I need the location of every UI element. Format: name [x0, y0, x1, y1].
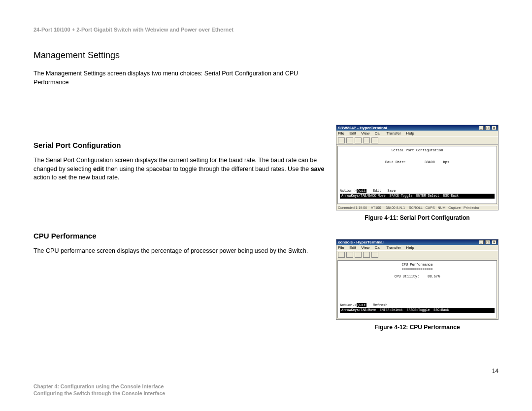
menu-help[interactable]: Help — [406, 245, 414, 250]
terminal-hint-strip: ArrowKeys/TAB=Move ENTER=Select SPACE=To… — [340, 308, 495, 313]
figure-caption-2: Figure 4-12: CPU Performance — [336, 324, 499, 331]
cpu-paragraph: The CPU performance screen displays the … — [33, 247, 329, 256]
minimize-icon[interactable]: _ — [479, 240, 484, 244]
action-quit[interactable]: Quit — [357, 303, 367, 307]
window-toolbar — [336, 250, 498, 259]
window-titlebar: SRW224P - HyperTerminal _ □ × — [336, 125, 498, 131]
page-footer: Chapter 4: Configuration using the Conso… — [33, 383, 165, 397]
terminal-action-line: Action->Quit Edit Save — [340, 189, 495, 193]
toolbar-button[interactable] — [355, 252, 362, 258]
serial-save-word: save — [311, 166, 325, 172]
subheading-cpu: CPU Performance — [33, 232, 329, 240]
window-menubar: File Edit View Call Transfer Help — [336, 131, 498, 136]
menu-call[interactable]: Call — [375, 245, 382, 250]
action-label: Action-> — [340, 303, 357, 307]
toolbar-button[interactable] — [338, 137, 345, 143]
menu-file[interactable]: File — [338, 131, 344, 136]
minimize-icon[interactable]: _ — [479, 126, 484, 130]
left-column: Management Settings The Management Setti… — [33, 50, 329, 255]
close-icon[interactable]: × — [492, 240, 497, 244]
window-toolbar — [336, 136, 498, 145]
menu-view[interactable]: View — [361, 245, 369, 250]
serial-text-2: then using the spacebar to toggle throug… — [104, 166, 311, 172]
hyperterminal-window-2: console - HyperTerminal _ □ × File Edit … — [336, 239, 499, 320]
figure-cpu-performance: console - HyperTerminal _ □ × File Edit … — [336, 239, 499, 331]
toolbar-button[interactable] — [371, 252, 378, 258]
terminal-action-line: Action->Quit Refresh — [340, 303, 495, 308]
figure-caption-1: Figure 4-11: Serial Port Configuration — [336, 214, 499, 221]
action-rest: Edit Save — [366, 189, 396, 193]
terminal-screen-title: Serial Port Configuration — [341, 148, 494, 153]
toolbar-button[interactable] — [371, 137, 378, 143]
terminal-screen: CPU Performance =============== CPU Util… — [337, 260, 497, 318]
footer-line-1: Chapter 4: Configuration using the Conso… — [33, 383, 165, 390]
toolbar-button[interactable] — [338, 252, 345, 258]
subheading-serial: Serial Port Configuration — [33, 141, 329, 149]
toolbar-button[interactable] — [363, 252, 370, 258]
window-statusbar: Connected 1:19:06 VT100 38400 8-N-1 SCRO… — [336, 205, 498, 210]
menu-transfer[interactable]: Transfer — [386, 245, 401, 250]
page-number: 14 — [492, 368, 499, 375]
section-intro: The Management Settings screen displays … — [33, 69, 329, 87]
terminal-hint-strip: ArrowKeys/TAB/BACK=Move SPACE=Toggle ENT… — [340, 194, 495, 199]
menu-edit[interactable]: Edit — [349, 131, 356, 136]
document-page: 24-Port 10/100 + 2-Port Gigabit Switch w… — [0, 0, 532, 411]
toolbar-button[interactable] — [346, 137, 353, 143]
terminal-screen-title: CPU Performance — [341, 263, 494, 267]
menu-transfer[interactable]: Transfer — [386, 131, 401, 136]
figure-serial-port: SRW224P - HyperTerminal _ □ × File Edit … — [336, 125, 499, 221]
menu-call[interactable]: Call — [375, 131, 382, 136]
window-controls: _ □ × — [478, 240, 497, 244]
window-menubar: File Edit View Call Transfer Help — [336, 245, 498, 250]
menu-edit[interactable]: Edit — [349, 245, 356, 250]
terminal-cpu-row: CPU Utility: 88.57% — [341, 274, 494, 279]
toolbar-button[interactable] — [346, 252, 353, 258]
serial-text-3: action to set the new baud rate. — [33, 174, 119, 181]
action-quit[interactable]: Quit — [357, 189, 367, 193]
menu-file[interactable]: File — [338, 245, 344, 250]
action-label: Action-> — [340, 189, 357, 193]
hyperterminal-window-1: SRW224P - HyperTerminal _ □ × File Edit … — [336, 125, 499, 210]
toolbar-button[interactable] — [363, 137, 370, 143]
serial-edit-word: edit — [93, 166, 104, 172]
terminal-underline: ========================= — [341, 153, 494, 157]
maximize-icon[interactable]: □ — [485, 240, 490, 244]
menu-help[interactable]: Help — [406, 131, 414, 136]
terminal-underline: =============== — [341, 267, 494, 272]
footer-line-2: Configuring the Switch through the Conso… — [33, 390, 165, 397]
section-title-management: Management Settings — [33, 50, 329, 61]
terminal-bottom: Action->Quit Refresh ArrowKeys/TAB=Move … — [340, 303, 495, 313]
toolbar-button[interactable] — [355, 137, 362, 143]
document-header: 24-Port 10/100 + 2-Port Gigabit Switch w… — [33, 27, 499, 33]
window-controls: _ □ × — [478, 126, 497, 130]
action-rest: Refresh — [366, 303, 387, 307]
window-title: console - HyperTerminal — [338, 240, 384, 244]
serial-paragraph: The Serial Port Configuration screen dis… — [33, 156, 329, 182]
window-title: SRW224P - HyperTerminal — [338, 126, 387, 130]
terminal-screen: Serial Port Configuration ==============… — [337, 146, 497, 204]
close-icon[interactable]: × — [492, 126, 497, 130]
window-titlebar: console - HyperTerminal _ □ × — [336, 240, 498, 245]
menu-view[interactable]: View — [361, 131, 369, 136]
maximize-icon[interactable]: □ — [485, 126, 490, 130]
terminal-baud-row: Baud Rate: 38400 bps — [341, 160, 494, 165]
terminal-bottom: Action->Quit Edit Save ArrowKeys/TAB/BAC… — [340, 189, 495, 199]
